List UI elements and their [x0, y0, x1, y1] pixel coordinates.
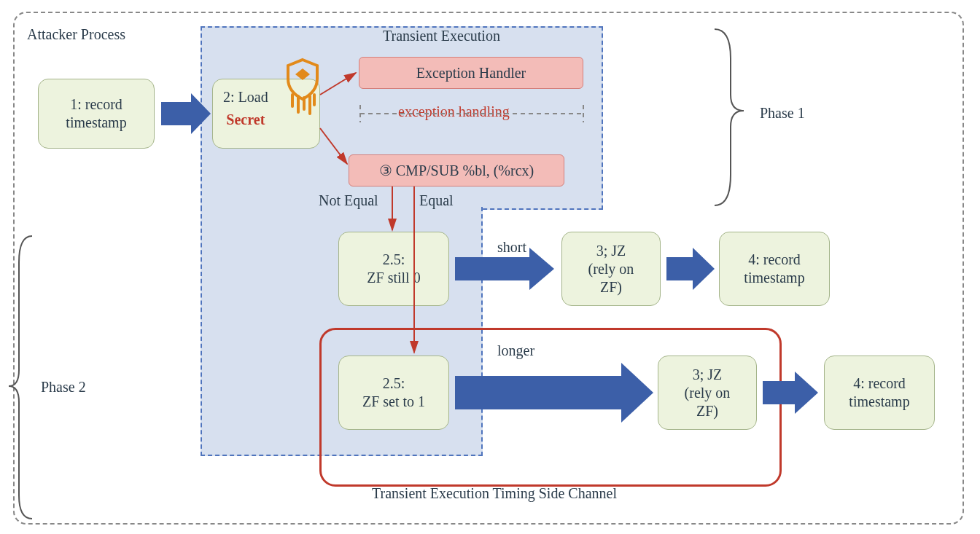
side-channel-label: Transient Execution Timing Side Channel — [372, 485, 617, 502]
box-zf-still-0: 2.5: ZF still 0 — [338, 232, 449, 306]
box3a-text: 3; JZ (rely on ZF) — [588, 242, 634, 297]
box-record-timestamp-4a: 4: record timestamp — [719, 232, 830, 306]
box-record-timestamp-4b: 4: record timestamp — [824, 356, 935, 430]
side-channel-region — [319, 328, 782, 487]
box4a-text: 4: record timestamp — [744, 251, 804, 287]
attacker-process-label: Attacker Process — [27, 26, 125, 43]
box-exception-handler: Exception Handler — [359, 57, 583, 89]
phase-1-label: Phase 1 — [760, 105, 805, 122]
short-label: short — [497, 239, 526, 256]
exception-handling-label: exception handling — [398, 103, 510, 120]
box-cmp-sub: ③ CMP/SUB %bl, (%rcx) — [349, 154, 564, 186]
box4b-text: 4: record timestamp — [849, 374, 909, 411]
equal-label: Equal — [419, 192, 454, 209]
transient-execution-label: Transient Execution — [383, 28, 500, 44]
cmp-sub-text: ③ CMP/SUB %bl, (%rcx) — [379, 162, 534, 179]
box-load-secret: 2: Load Secret — [212, 79, 320, 149]
not-equal-label: Not Equal — [319, 192, 378, 209]
box25a-text: 2.5: ZF still 0 — [367, 251, 420, 287]
exception-handler-text: Exception Handler — [416, 65, 526, 82]
phase-2-label: Phase 2 — [41, 379, 86, 396]
box-jz-top: 3; JZ (rely on ZF) — [561, 232, 661, 306]
box-record-timestamp-1: 1: record timestamp — [38, 79, 155, 149]
box1-text: 1: record timestamp — [66, 95, 126, 132]
box2-load-text: 2: Load — [223, 88, 268, 106]
box2-secret-text: Secret — [223, 111, 268, 129]
